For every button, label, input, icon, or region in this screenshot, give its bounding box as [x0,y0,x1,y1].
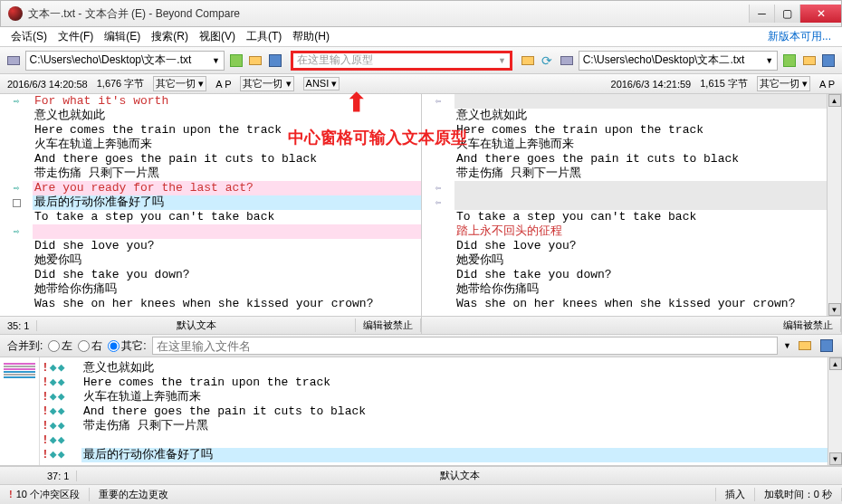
text-line[interactable]: 踏上永不回头的征程 [454,224,827,239]
chevron-down-icon[interactable]: ▼ [498,56,506,65]
center-filter[interactable]: 其它一切 ▾ [240,76,293,91]
text-line[interactable] [454,181,827,195]
app-icon [8,6,23,21]
chevron-down-icon[interactable]: ▼ [783,341,791,350]
left-open-icon[interactable] [248,52,264,69]
text-line[interactable]: 带走伤痛 只剩下一片黑 [81,419,828,433]
path-toolbar: C:\Users\echo\Desktop\文本一.txt ▼ 在这里输入原型 … [0,47,842,74]
conflict-icon: ! [42,419,49,433]
marker-icon[interactable] [13,199,21,207]
merge-scrollbar[interactable]: ▲ ▼ [828,357,842,465]
text-line[interactable]: Did she take you down? [454,268,827,282]
right-ap: A P [819,79,835,90]
diamond-icon: ◆ [50,376,57,390]
annotation-arrow-icon: ⬆ [346,88,367,118]
diamond-icon: ◆ [50,433,57,448]
merge-text-area[interactable]: !◆◆意义也就如此!◆◆Here comes the train upon th… [40,357,828,465]
text-line[interactable]: To take a step you can't take back [454,210,827,224]
text-line[interactable]: And there goes the pain it cuts to black [33,152,421,166]
text-line[interactable]: Here comes the train upon the track [454,123,827,138]
right-save-icon[interactable] [820,52,837,69]
scroll-up-icon[interactable]: ▲ [828,94,841,107]
right-edit-state: 编辑被禁止 [776,319,841,332]
right-filter[interactable]: 其它一切 ▾ [757,76,810,91]
text-line[interactable]: Are you ready for the last act? [33,181,421,195]
scroll-down-icon[interactable]: ▼ [829,452,842,465]
merge-radio-other[interactable]: 其它: [108,338,146,354]
left-filter[interactable]: 其它一切 ▾ [153,76,206,91]
scroll-up-icon[interactable]: ▲ [829,357,842,370]
update-link[interactable]: 新版本可用... [762,27,837,46]
left-path-input[interactable]: C:\Users\echo\Desktop\文本一.txt ▼ [25,51,225,71]
right-green-icon[interactable] [781,52,798,69]
merge-filename-input[interactable] [152,337,778,355]
close-button[interactable]: ✕ [799,5,841,23]
text-line[interactable]: 火车在轨道上奔驰而来 [454,138,827,152]
refresh-icon[interactable]: ⟳ [539,52,555,69]
text-line[interactable]: Did she take you down? [33,268,421,282]
right-path-input[interactable]: C:\Users\echo\Desktop\文本二.txt ▼ [579,51,778,71]
arrow-right-icon[interactable]: ⇨ [14,224,20,239]
text-line[interactable]: 最后的行动你准备好了吗 [81,448,828,462]
text-line[interactable]: Was she on her knees when she kissed you… [454,297,827,311]
chevron-down-icon[interactable]: ▼ [765,56,773,65]
text-line[interactable]: 她爱你吗 [454,253,827,268]
text-line[interactable]: 她带给你伤痛吗 [33,282,421,297]
text-line[interactable] [81,433,828,448]
merge-save-icon[interactable] [818,338,835,354]
minimize-button[interactable]: ─ [749,5,774,23]
text-line[interactable]: 带走伤痛 只剩下一片黑 [33,166,421,181]
right-open-icon[interactable] [801,52,818,69]
maximize-button[interactable]: ▢ [774,5,799,23]
text-line[interactable]: 意义也就如此 [81,361,828,376]
text-line[interactable]: 她爱你吗 [33,253,421,268]
text-line[interactable]: 她带给你伤痛吗 [454,282,827,297]
menu-file[interactable]: 文件(F) [53,27,99,46]
arrow-left-icon[interactable]: ⇦ [435,94,442,109]
text-line[interactable]: 最后的行动你准备好了吗 [33,195,421,210]
stats-right: 2016/6/3 14:21:59 1,615 字节 其它一切 ▾ A P [422,76,842,91]
merge-open-icon[interactable] [797,338,813,354]
merge-target-bar: 合并到: 左 右 其它: ▼ [0,334,842,357]
thumbnail-overview[interactable] [0,357,40,465]
text-line[interactable]: 火车在轨道上奔驰而来 [81,390,828,404]
menu-tools[interactable]: 工具(T) [241,27,287,46]
center-encoding[interactable]: ANSI ▾ [303,77,340,90]
merge-radio-left[interactable]: 左 [48,338,72,354]
left-save-icon[interactable] [267,52,283,69]
text-line[interactable]: To take a step you can't take back [33,210,421,224]
vertical-scrollbar[interactable]: ▲ ▼ [827,94,841,316]
arrow-right-icon[interactable]: ⇨ [14,94,20,109]
center-open-icon[interactable] [520,52,536,69]
text-line[interactable]: 带走伤痛 只剩下一片黑 [454,166,827,181]
text-line[interactable]: And there goes the pain it cuts to black [81,404,828,419]
status-load-time: 加载时间：0 秒 [755,488,842,501]
menu-search[interactable]: 搜索(R) [146,27,194,46]
arrow-left-icon[interactable]: ⇦ [435,181,442,195]
text-line[interactable] [454,195,827,210]
conflict-icon: ! [42,433,49,448]
scroll-down-icon[interactable]: ▼ [828,303,841,316]
text-line[interactable] [33,224,421,239]
right-path-text: C:\Users\echo\Desktop\文本二.txt [583,52,745,68]
menu-help[interactable]: 帮助(H) [287,27,335,46]
right-pane-footer: 编辑被禁止 [422,316,841,334]
text-line[interactable]: Did she love you? [454,239,827,253]
chevron-down-icon[interactable]: ▼ [212,56,220,65]
arrow-left-icon[interactable]: ⇦ [435,195,442,210]
menu-edit[interactable]: 编辑(E) [99,27,146,46]
text-line[interactable] [454,94,827,109]
text-line[interactable]: Here comes the train upon the track [81,376,828,390]
menu-session[interactable]: 会话(S) [5,27,53,46]
center-prototype-input[interactable]: 在这里输入原型 ▼ [291,51,512,71]
left-green-icon[interactable] [228,52,244,69]
text-line[interactable]: 意义也就如此 [454,109,827,123]
right-text-area[interactable]: ⇦意义也就如此Here comes the train upon the tra… [422,94,827,316]
menu-view[interactable]: 视图(V) [194,27,241,46]
arrow-right-icon[interactable]: ⇨ [14,181,20,195]
merge-radio-right[interactable]: 右 [78,338,102,354]
text-line[interactable]: And there goes the pain it cuts to black [454,152,827,166]
text-line[interactable]: Was she on her knees when she kissed you… [33,297,421,311]
window-controls: ─ ▢ ✕ [749,5,841,23]
text-line[interactable]: Did she love you? [33,239,421,253]
